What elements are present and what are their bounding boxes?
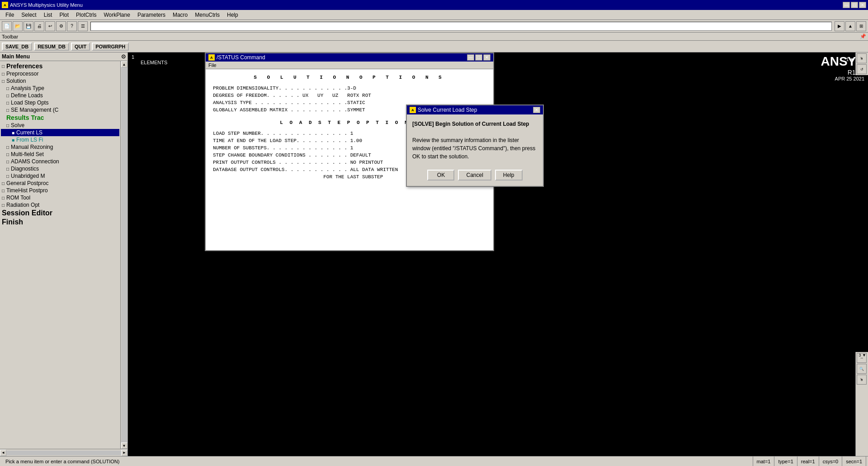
menu-help[interactable]: Help: [223, 11, 242, 19]
ansys-logo-icon: A: [2, 2, 8, 8]
save-button[interactable]: 💾: [24, 21, 33, 31]
minimize-button[interactable]: —: [843, 2, 850, 8]
menu-workplane[interactable]: WorkPlane: [100, 11, 133, 19]
solve-cancel-button[interactable]: Cancel: [458, 170, 491, 181]
menu-plot[interactable]: Plot: [56, 11, 72, 19]
statusbar-real: real=1: [797, 456, 819, 466]
sidebar-item-rom-tool[interactable]: □ ROM Tool: [1, 194, 119, 201]
sidebar-item-current-ls[interactable]: ■ Current LS: [1, 129, 119, 136]
status-minimize-button[interactable]: —: [467, 54, 474, 61]
analysis-type-label: Analysis Type: [11, 85, 44, 91]
expand-icon: ■: [12, 138, 14, 143]
menu-select[interactable]: Select: [18, 11, 40, 19]
general-postproc-label: General Postproc: [6, 180, 48, 186]
close-button[interactable]: ✕: [859, 2, 866, 8]
sidebar-item-diagnostics[interactable]: □ Diagnostics: [1, 165, 119, 172]
expand-icon: □: [2, 79, 5, 84]
toolbar-pin-icon[interactable]: 📌: [860, 33, 866, 39]
solve-help-button[interactable]: Help: [495, 170, 523, 181]
sidebar-item-from-ls-fi[interactable]: ■ From LS Fi: [1, 136, 119, 143]
expand-icon: □: [6, 174, 9, 179]
print-button[interactable]: 🖨: [34, 21, 44, 31]
solve-dialog-title: A Solve Current Load Step ✕: [407, 105, 543, 114]
menu-list[interactable]: List: [40, 11, 56, 19]
menu-plotctrls[interactable]: PlotCtrls: [72, 11, 100, 19]
sidebar-item-manual-rezoning[interactable]: □ Manual Rezoning: [1, 143, 119, 151]
maximize-button[interactable]: □: [851, 2, 858, 8]
sidebar-item-results-tracking[interactable]: Results Trac: [1, 114, 119, 122]
settings-button[interactable]: ⚙: [56, 21, 66, 31]
grid-button[interactable]: ⊞: [856, 21, 866, 31]
sidebar-item-solve[interactable]: □ Solve: [1, 122, 119, 129]
status-window-file-menu[interactable]: File: [208, 62, 217, 68]
manual-rezoning-label: Manual Rezoning: [11, 144, 53, 150]
sidebar: Main Menu ⊙ □ Preferences □ Preprocessor…: [0, 52, 128, 456]
run-button[interactable]: ▶: [835, 21, 844, 31]
sidebar-item-se-management[interactable]: □ SE Management (C: [1, 106, 119, 114]
undo-button[interactable]: ↩: [45, 21, 55, 31]
menu-file[interactable]: File: [2, 11, 18, 19]
sidebar-hscroll: ◄ ►: [0, 449, 127, 456]
status-window-title: A /STATUS Command — □ ✕: [206, 53, 493, 62]
list-button[interactable]: ☰: [78, 21, 88, 31]
scroll-down-button[interactable]: ▼: [121, 442, 127, 449]
titlebar-title: ANSYS Multiphysics Utility Menu: [10, 2, 83, 8]
sidebar-item-adams-connection[interactable]: □ ADAMS Connection: [1, 158, 119, 165]
rom-tool-label: ROM Tool: [6, 195, 30, 201]
quickaccess-row: SAVE_DB RESUM_DB QUIT POWRGRPH: [0, 41, 868, 52]
sidebar-collapse-icon[interactable]: ⊙: [121, 53, 126, 60]
menu-macro[interactable]: Macro: [169, 11, 191, 19]
expand-icon: □: [2, 181, 5, 186]
command-input[interactable]: [90, 22, 832, 31]
status-maximize-button[interactable]: □: [475, 54, 482, 61]
sidebar-item-define-loads[interactable]: □ Define Loads: [1, 92, 119, 99]
results-tracking-label: Results Trac: [6, 114, 44, 121]
expand-icon: □: [6, 100, 9, 105]
up-button[interactable]: ▲: [845, 21, 855, 31]
load-step-opts-label: Load Step Opts: [11, 100, 48, 106]
menu-menuctrls[interactable]: MenuCtrls: [191, 11, 223, 19]
solve-dialog-close-button[interactable]: ✕: [533, 107, 540, 113]
open-button[interactable]: 📂: [13, 21, 23, 31]
status-window-menu: File: [206, 62, 493, 69]
sidebar-item-multi-field[interactable]: □ Multi-field Set: [1, 151, 119, 158]
statusbar-real-text: real=1: [801, 459, 815, 464]
sidebar-item-unabridged[interactable]: □ Unabridged M: [1, 172, 119, 180]
viewport-icon-2[interactable]: ↺: [857, 64, 867, 74]
sidebar-item-preferences[interactable]: □ Preferences: [1, 62, 119, 70]
sidebar-item-general-postproc[interactable]: □ General Postproc: [1, 180, 119, 187]
right-icons-panel: 🖱 ↺: [855, 52, 868, 75]
sidebar-item-solution[interactable]: □ Solution: [1, 77, 119, 85]
sidebar-item-timehist-postpro[interactable]: □ TimeHist Postpro: [1, 187, 119, 194]
resum-db-button[interactable]: RESUM_DB: [34, 43, 69, 51]
viewport: 1 ELEMENTS ANSYS R17.0 APR 25 2021 🖱 ↺ ↔…: [128, 52, 868, 456]
viewport-bottom-icon-2[interactable]: 🔍: [857, 364, 867, 374]
menu-parameters[interactable]: Parameters: [134, 11, 169, 19]
viewport-icon-1[interactable]: 🖱: [857, 53, 867, 63]
help-icon-button[interactable]: ?: [67, 21, 77, 31]
sidebar-item-load-step-opts[interactable]: □ Load Step Opts: [1, 99, 119, 106]
scroll-up-button[interactable]: ▲: [121, 61, 127, 67]
sidebar-item-preprocessor[interactable]: □ Preprocessor: [1, 70, 119, 77]
solve-ok-button[interactable]: OK: [427, 170, 454, 181]
expand-icon: □: [6, 145, 9, 150]
option-dof: DEGREES OF FREEDOM. . . . . . UX UY UZ R…: [213, 93, 486, 98]
statusbar: Pick a menu item or enter a command (SOL…: [0, 456, 868, 466]
quit-button[interactable]: QUIT: [71, 43, 90, 51]
expand-icon: □: [6, 166, 9, 171]
expand-icon: □: [6, 86, 9, 91]
status-close-button[interactable]: ✕: [483, 54, 491, 61]
viewport-bottom-icon-3[interactable]: 🖱: [857, 375, 867, 385]
scroll-left-button[interactable]: ◄: [0, 450, 6, 456]
sidebar-item-analysis-type[interactable]: □ Analysis Type: [1, 85, 119, 92]
solve-label: Solve: [11, 122, 24, 128]
powrgrph-button[interactable]: POWRGRPH: [92, 43, 129, 51]
scroll-right-button[interactable]: ►: [121, 450, 127, 456]
sidebar-item-radiation-opt[interactable]: □ Radiation Opt: [1, 201, 119, 209]
save-db-button[interactable]: SAVE_DB: [2, 43, 32, 51]
new-file-button[interactable]: 📄: [2, 21, 12, 31]
statusbar-mat-text: mat=1: [757, 459, 771, 464]
sidebar-item-finish[interactable]: Finish: [1, 218, 119, 227]
timehist-postpro-label: TimeHist Postpro: [6, 187, 48, 194]
sidebar-item-session-editor[interactable]: Session Editor: [1, 209, 119, 218]
